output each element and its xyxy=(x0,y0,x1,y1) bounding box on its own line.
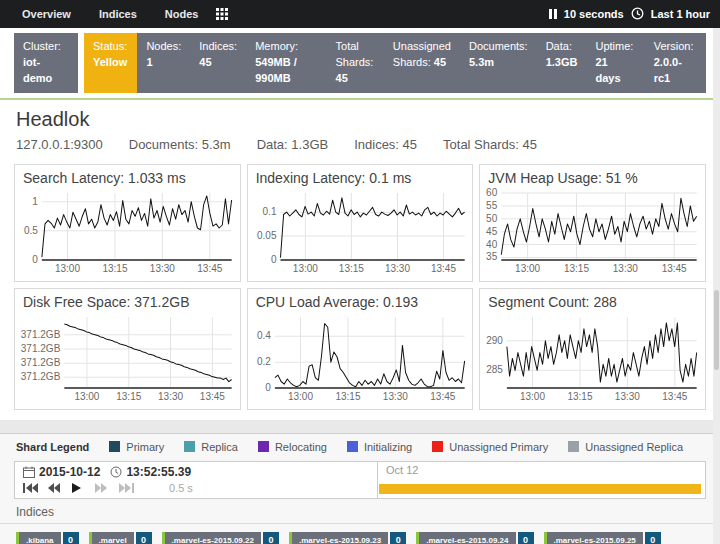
node-stats: 127.0.0.1:9300Documents: 5.3mData: 1.3GB… xyxy=(16,137,704,152)
svg-text:13:30: 13:30 xyxy=(383,391,409,402)
chart-title: CPU Load Average: 0.193 xyxy=(248,289,473,310)
legend-swatch xyxy=(568,441,579,452)
line-chart: 00.050.113:0013:1513:3013:45 xyxy=(248,186,473,276)
legend-item-unassigned-replica: Unassigned Replica xyxy=(568,441,683,453)
index-badge[interactable]: .kibana0 xyxy=(16,532,79,544)
svg-text:13:45: 13:45 xyxy=(431,263,457,274)
svg-text:13:00: 13:00 xyxy=(515,263,541,274)
index-badge[interactable]: .marvel-es-2015.09.220 xyxy=(162,532,279,544)
timeline-date[interactable]: 2015-10-12 xyxy=(39,465,100,479)
svg-text:0.2: 0.2 xyxy=(257,356,271,367)
legend-item-primary: Primary xyxy=(109,441,164,453)
svg-text:0: 0 xyxy=(265,382,271,393)
skip-to-end-button[interactable] xyxy=(119,483,134,493)
node-stat: Total Shards: 45 xyxy=(443,137,537,152)
node-name[interactable]: Headlok xyxy=(16,108,704,131)
legend-item-unassigned-primary: Unassigned Primary xyxy=(432,441,548,453)
node-address: 127.0.0.1:9300 xyxy=(16,137,103,152)
index-badge[interactable]: .marvel-es-2015.09.240 xyxy=(416,532,533,544)
svg-text:0.4: 0.4 xyxy=(257,330,271,341)
svg-text:13:30: 13:30 xyxy=(385,263,411,274)
svg-text:13:30: 13:30 xyxy=(158,391,184,402)
timeline-time[interactable]: 13:52:55.39 xyxy=(126,465,191,479)
nav-item-nodes[interactable]: Nodes xyxy=(153,8,211,20)
chart-title: Indexing Latency: 0.1 ms xyxy=(248,165,473,186)
index-relocating-count: 0 xyxy=(63,532,79,544)
line-chart: 371.2GB371.2GB371.2GB371.2GB13:0013:1513… xyxy=(15,310,240,404)
cluster-stat-uptime: Uptime: 21 days xyxy=(586,33,644,93)
index-name: .marvel xyxy=(92,532,134,544)
line-chart: 00.5113:0013:1513:3013:45 xyxy=(15,186,240,276)
cluster-segments: Status: YellowNodes: 1Indices: 45Memory:… xyxy=(84,33,706,93)
apps-grid-icon[interactable] xyxy=(216,8,228,20)
svg-text:13:15: 13:15 xyxy=(116,391,142,402)
legend-item-relocating: Relocating xyxy=(258,441,327,453)
svg-text:50: 50 xyxy=(486,213,498,224)
index-relocating-count: 0 xyxy=(645,532,661,544)
timeline-range-label: Oct 12 xyxy=(386,464,418,476)
svg-text:13:15: 13:15 xyxy=(102,263,128,274)
charts-grid: Search Latency: 1.033 ms00.5113:0013:151… xyxy=(14,164,706,410)
shard-legend-title: Shard Legend xyxy=(16,441,89,453)
svg-text:371.2GB: 371.2GB xyxy=(21,371,61,382)
svg-text:13:45: 13:45 xyxy=(197,263,223,274)
scrollbar-thumb[interactable] xyxy=(714,290,719,370)
svg-text:13:00: 13:00 xyxy=(292,263,318,274)
cluster-stat-indices: Indices: 45 xyxy=(190,33,246,93)
nav-item-overview[interactable]: Overview xyxy=(10,8,83,20)
cluster-stat-status: Status: Yellow xyxy=(84,33,137,93)
cluster-stat-version: Version: 2.0.0-rc1 xyxy=(645,33,706,93)
legend-swatch xyxy=(109,441,120,452)
chart-panel: Search Latency: 1.033 ms00.5113:0013:151… xyxy=(14,164,241,282)
step-back-button[interactable] xyxy=(47,483,62,493)
index-relocating-count: 0 xyxy=(518,532,534,544)
chart-panel: JVM Heap Usage: 51 %35404550556013:0013:… xyxy=(479,164,706,282)
legend-item-replica: Replica xyxy=(184,441,238,453)
top-navbar: OverviewIndicesNodes 10 seconds Last 1 h… xyxy=(0,0,720,28)
page-scrollbar[interactable] xyxy=(713,28,720,544)
cluster-stat-total-shards: Total Shards: 45 xyxy=(327,33,384,93)
svg-text:40: 40 xyxy=(486,238,498,249)
chart-panel: CPU Load Average: 0.19300.20.413:0013:15… xyxy=(247,288,474,410)
chart-title: Search Latency: 1.033 ms xyxy=(15,165,240,186)
nav-item-indices[interactable]: Indices xyxy=(87,8,149,20)
index-badge[interactable]: .marvel-es-2015.09.230 xyxy=(289,532,406,544)
index-name: .marvel-es-2015.09.25 xyxy=(547,532,643,544)
chart-title: Disk Free Space: 371.2GB xyxy=(15,289,240,310)
index-relocating-count: 0 xyxy=(263,532,279,544)
time-range[interactable]: Last 1 hour xyxy=(651,8,710,20)
svg-text:60: 60 xyxy=(486,187,498,198)
skip-to-start-button[interactable] xyxy=(23,483,38,493)
svg-text:13:00: 13:00 xyxy=(55,263,81,274)
timeline-track[interactable]: Oct 12 xyxy=(377,462,705,498)
index-badge[interactable]: .marvel-es-2015.09.250 xyxy=(544,532,661,544)
index-badges: .kibana0.marvel0.marvel-es-2015.09.220.m… xyxy=(0,524,720,544)
chart-panel: Disk Free Space: 371.2GB371.2GB371.2GB37… xyxy=(14,288,241,410)
playback-controls: 0.5 s xyxy=(23,482,369,494)
cluster-stat-data: Data: 1.3GB xyxy=(537,33,587,93)
chart-panel: Segment Count: 28828529013:0013:1513:301… xyxy=(479,288,706,410)
svg-text:371.2GB: 371.2GB xyxy=(21,343,61,354)
chart-title: JVM Heap Usage: 51 % xyxy=(480,165,705,186)
svg-text:13:15: 13:15 xyxy=(568,391,594,402)
line-chart: 28529013:0013:1513:3013:45 xyxy=(480,310,705,404)
svg-text:13:00: 13:00 xyxy=(520,391,546,402)
refresh-interval[interactable]: 10 seconds xyxy=(564,8,624,20)
index-relocating-count: 0 xyxy=(390,532,406,544)
svg-text:13:15: 13:15 xyxy=(339,263,365,274)
line-chart: 35404550556013:0013:1513:3013:45 xyxy=(480,186,705,276)
index-badge[interactable]: .marvel0 xyxy=(89,532,152,544)
timeline-progress-bar[interactable] xyxy=(379,484,701,494)
line-chart: 00.20.413:0013:1513:3013:45 xyxy=(248,310,473,404)
svg-text:13:30: 13:30 xyxy=(613,263,639,274)
play-button[interactable] xyxy=(71,483,86,493)
node-stat: Data: 1.3GB xyxy=(257,137,329,152)
pause-icon[interactable] xyxy=(549,9,557,19)
step-forward-button[interactable] xyxy=(95,483,110,493)
shard-activity-section: Shard Legend PrimaryReplicaRelocatingIni… xyxy=(0,433,720,544)
nav-items: OverviewIndicesNodes xyxy=(10,8,210,20)
cluster-status-bar: Cluster: iot-demo Status: YellowNodes: 1… xyxy=(14,33,706,93)
svg-text:45: 45 xyxy=(486,225,498,236)
svg-text:13:30: 13:30 xyxy=(615,391,641,402)
clock-icon xyxy=(631,7,644,22)
